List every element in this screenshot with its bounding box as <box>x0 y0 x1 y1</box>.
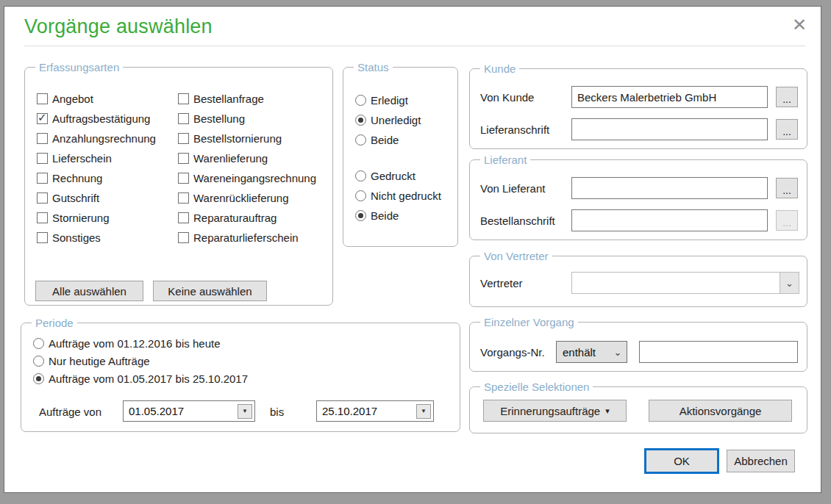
group-von-vertreter: Von Vertreter Vertreter ⌄ <box>469 256 807 307</box>
radio-label: Gedruckt <box>371 170 416 182</box>
checkbox-box[interactable] <box>178 93 189 104</box>
vertreter-combobox[interactable]: ⌄ <box>571 272 799 294</box>
date-to-picker[interactable]: 25.10.2017 ▼ <box>316 400 434 422</box>
radio-circle[interactable] <box>33 356 44 367</box>
radio-periode-today-only[interactable]: Nur heutige Aufträge <box>33 355 248 367</box>
close-icon[interactable]: ✕ <box>788 14 810 36</box>
checkbox-reparaturauftrag[interactable]: Reparaturauftrag <box>178 212 316 223</box>
radio-label: Nur heutige Aufträge <box>49 355 150 367</box>
checkbox-bestellanfrage[interactable]: Bestellanfrage <box>178 93 316 104</box>
checkbox-label: Wareneingangsrechnung <box>193 172 316 184</box>
checkbox-label: Stornierung <box>52 212 110 224</box>
chevron-down-icon: ⌄ <box>609 347 627 358</box>
checkbox-gutschrift[interactable]: Gutschrift <box>37 192 156 204</box>
erinnerungsauftraege-button[interactable]: Erinnerungsaufträge ▾ <box>483 400 627 422</box>
ok-button[interactable]: OK <box>646 450 718 472</box>
radio-gedruckt[interactable]: Gedruckt <box>355 170 441 181</box>
checkbox-box[interactable] <box>37 133 48 144</box>
radio-beide-gedruckt[interactable]: Beide <box>355 209 441 221</box>
von-kunde-label: Von Kunde <box>480 91 534 104</box>
radio-label: Aufträge vom 01.12.2016 bis heute <box>49 337 221 350</box>
checkbox-sonstiges[interactable]: Sonstiges <box>37 231 156 243</box>
date-from-value: 01.05.2017 <box>124 405 238 417</box>
checkbox-label: Angebot <box>52 93 93 105</box>
vertreter-value <box>572 273 780 293</box>
radio-beide-erledigt[interactable]: Beide <box>355 134 421 145</box>
checkbox-box[interactable] <box>178 232 189 243</box>
group-einzelner-vorgang: Einzelner Vorgang Vorgangs-Nr. enthält ⌄ <box>469 322 807 372</box>
select-all-button[interactable]: Alle auswählen <box>35 281 143 301</box>
radio-nicht-gedruckt[interactable]: Nicht gedruckt <box>355 190 441 201</box>
radio-label: Aufträge vom 01.05.2017 bis 25.10.2017 <box>49 372 248 385</box>
dropdown-arrow-icon[interactable]: ▼ <box>416 404 431 419</box>
radio-circle-selected[interactable] <box>355 115 366 126</box>
checkbox-stornierung[interactable]: Stornierung <box>37 212 156 223</box>
checkbox-warenruecklieferung[interactable]: Warenrücklieferung <box>178 192 316 204</box>
von-lieferant-input[interactable] <box>571 177 768 199</box>
checkbox-label: Bestellstornierung <box>193 132 282 145</box>
cancel-button[interactable]: Abbrechen <box>727 450 795 472</box>
checkbox-label: Reparaturlieferschein <box>193 231 299 244</box>
chevron-down-icon[interactable]: ⌄ <box>780 273 799 293</box>
bestellanschrift-browse-button: ... <box>776 210 798 231</box>
aktionsvorgaenge-button[interactable]: Aktionsvorgänge <box>649 400 792 422</box>
radio-unerledigt[interactable]: Unerledigt <box>355 114 421 126</box>
radio-circle[interactable] <box>355 170 366 181</box>
von-kunde-input[interactable]: Beckers Malerbetrieb GmbH <box>571 86 768 108</box>
checkbox-box[interactable] <box>37 93 48 104</box>
checkbox-warenlieferung[interactable]: Warenlieferung <box>178 152 316 164</box>
group-label-periode: Periode <box>32 317 77 329</box>
checkbox-box[interactable] <box>178 192 189 204</box>
checkbox-box-checked[interactable]: ✓ <box>37 113 48 124</box>
bestellanschrift-input[interactable] <box>571 209 768 231</box>
radio-periode-date-range[interactable]: Aufträge vom 01.05.2017 bis 25.10.2017 <box>33 372 248 384</box>
checkbox-box[interactable] <box>178 153 189 164</box>
checkbox-lieferschein[interactable]: Lieferschein <box>37 152 156 164</box>
von-kunde-browse-button[interactable]: ... <box>776 87 798 107</box>
von-lieferant-browse-button[interactable]: ... <box>776 178 798 198</box>
radio-label: Beide <box>371 134 399 146</box>
checkbox-box[interactable] <box>178 173 189 184</box>
checkbox-angebot[interactable]: Angebot <box>37 93 156 104</box>
checkbox-box[interactable] <box>37 192 48 204</box>
title-separator <box>24 46 805 46</box>
date-from-picker[interactable]: 01.05.2017 ▼ <box>123 400 255 422</box>
select-none-button[interactable]: Keine auswählen <box>153 281 267 301</box>
checkbox-bestellung[interactable]: Bestellung <box>178 112 316 124</box>
group-label-kunde: Kunde <box>480 62 519 75</box>
checkbox-label: Auftragsbestätigung <box>52 112 150 125</box>
status-done-radios: Erledigt Unerledigt Beide <box>355 94 421 145</box>
dropdown-arrow-icon[interactable]: ▼ <box>238 404 252 419</box>
checkbox-box[interactable] <box>37 153 48 164</box>
radio-circle[interactable] <box>355 95 366 106</box>
checkbox-box[interactable] <box>178 133 189 144</box>
radio-circle-selected[interactable] <box>355 210 366 221</box>
checkbox-anzahlungsrechnung[interactable]: Anzahlungsrechnung <box>37 132 156 144</box>
lieferanschrift-label: Lieferanschrift <box>480 123 549 136</box>
radio-circle[interactable] <box>33 338 44 349</box>
group-periode: Periode Aufträge vom 01.12.2016 bis heut… <box>21 323 460 432</box>
radio-periode-fixed-start[interactable]: Aufträge vom 01.12.2016 bis heute <box>33 337 248 349</box>
checkbox-box[interactable] <box>37 173 48 184</box>
checkbox-auftragsbestaetigung[interactable]: ✓ Auftragsbestätigung <box>37 112 156 124</box>
radio-circle-selected[interactable] <box>33 373 44 384</box>
check-icon: ✓ <box>38 112 47 123</box>
radio-erledigt[interactable]: Erledigt <box>355 94 421 106</box>
checkbox-box[interactable] <box>178 212 189 223</box>
radio-circle[interactable] <box>355 134 366 145</box>
vorgangs-nr-input[interactable] <box>639 341 798 363</box>
checkbox-box[interactable] <box>37 212 48 223</box>
radio-circle[interactable] <box>355 190 366 201</box>
operator-value: enthält <box>557 346 609 359</box>
checkbox-box[interactable] <box>37 232 48 243</box>
vorgangs-nr-operator-select[interactable]: enthält ⌄ <box>556 341 627 363</box>
checkbox-bestellstornierung[interactable]: Bestellstornierung <box>178 132 316 144</box>
erinnerungsauftraege-label: Erinnerungsaufträge <box>500 405 600 417</box>
checkbox-wareneingangsrechnung[interactable]: Wareneingangsrechnung <box>178 172 316 184</box>
lieferanschrift-browse-button[interactable]: ... <box>776 119 798 140</box>
lieferanschrift-input[interactable] <box>571 118 768 140</box>
group-kunde: Kunde Von Kunde Beckers Malerbetrieb Gmb… <box>469 68 807 149</box>
checkbox-rechnung[interactable]: Rechnung <box>37 172 156 184</box>
checkbox-box[interactable] <box>178 113 189 124</box>
checkbox-reparaturlieferschein[interactable]: Reparaturlieferschein <box>178 231 316 243</box>
